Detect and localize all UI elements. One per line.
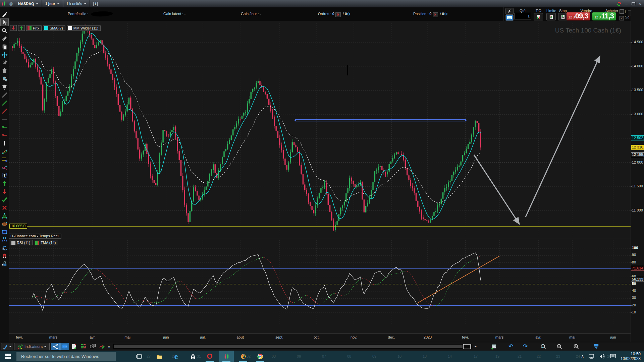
undo-button[interactable]: ↶ — [506, 343, 515, 350]
units-dropdown[interactable]: 1 k unités — [63, 0, 90, 7]
month-label[interactable]: nov. — [351, 335, 357, 339]
trendline-white-icon[interactable] — [1, 91, 8, 99]
magnet-icon[interactable] — [1, 252, 8, 259]
rectangle-tool-icon[interactable] — [1, 228, 8, 235]
trendline-green-icon[interactable] — [1, 99, 8, 107]
share-button[interactable] — [51, 343, 60, 350]
hscroll-thumb[interactable] — [114, 345, 463, 348]
buy-marker-icon[interactable] — [1, 180, 8, 187]
draw-tool-button[interactable] — [1, 343, 12, 350]
positions-button[interactable] — [79, 343, 87, 350]
alert-check-icon[interactable]: @✓ — [7, 0, 15, 7]
info-icon[interactable]: i — [92, 0, 99, 7]
sell-marker-icon[interactable] — [1, 188, 8, 195]
restore-button[interactable] — [630, 1, 636, 6]
sell-arrow-icon[interactable] — [10, 25, 17, 31]
zoom-fit-button[interactable] — [539, 343, 547, 350]
stop-order-icon[interactable] — [558, 13, 568, 20]
rsi-panel[interactable]: RSI (11)TMA (14) — [9, 239, 631, 334]
validate-icon[interactable] — [1, 196, 8, 203]
close-position-icon[interactable]: ✖ — [433, 12, 438, 17]
hline-white-icon[interactable] — [1, 115, 8, 123]
vline-icon[interactable] — [1, 139, 8, 147]
chat-button[interactable] — [60, 343, 69, 350]
alert-remove-icon[interactable] — [1, 75, 8, 82]
keyboard-icon[interactable] — [505, 14, 514, 21]
month-label[interactable]: mai — [569, 335, 575, 339]
task-view-button[interactable] — [132, 351, 147, 362]
to-order-icon[interactable] — [534, 13, 543, 20]
timeframe-dropdown[interactable]: 1 jour — [42, 0, 63, 7]
chrome-icon[interactable] — [253, 351, 267, 362]
crossed-lines-icon[interactable] — [1, 164, 8, 171]
minimize-button[interactable]: – — [624, 1, 629, 6]
hline-red-icon[interactable] — [1, 131, 8, 139]
quantity-input[interactable] — [514, 13, 531, 19]
close-button[interactable]: ✕ — [637, 1, 643, 6]
month-label[interactable]: juin — [163, 335, 169, 339]
collapse-toolbar-button[interactable]: « — [107, 343, 111, 350]
month-label[interactable]: avr. — [535, 335, 541, 339]
month-label[interactable]: mai — [124, 335, 130, 339]
fibonacci-icon[interactable]: F — [1, 156, 8, 163]
pitchfork-icon[interactable] — [1, 236, 8, 243]
orders-settings-icon[interactable]: ⚙ — [347, 12, 351, 16]
legend-item-gray[interactable]: RSI (11) — [10, 240, 33, 245]
legend-item-white[interactable]: MM Wilder (11) — [67, 25, 101, 31]
text-tool-icon[interactable]: T — [1, 172, 8, 179]
redo-button[interactable]: ↷ — [521, 343, 530, 350]
month-label[interactable]: mars — [495, 335, 503, 339]
alert-icon[interactable] — [1, 83, 8, 90]
move-icon[interactable] — [1, 51, 8, 58]
calendar-button[interactable] — [489, 343, 498, 350]
ellipse-tool-icon[interactable] — [1, 220, 8, 227]
tools-icon[interactable] — [1, 59, 8, 66]
l-checkbox[interactable] — [620, 9, 624, 14]
month-label[interactable]: août — [236, 335, 244, 339]
wrench-settings-icon[interactable] — [505, 8, 514, 14]
month-label[interactable]: oct. — [314, 335, 320, 339]
legend-item-greenred[interactable]: TMA (14) — [34, 240, 58, 245]
buy-button[interactable]: 12 3 11,3 — [592, 12, 616, 20]
taskbar-clock[interactable]: 10:50 10/02/2023 — [621, 352, 641, 361]
triangle-tool-icon[interactable] — [1, 212, 8, 219]
limit-order-icon[interactable] — [546, 13, 556, 20]
notifications-icon[interactable] — [610, 354, 616, 359]
tray-expand-icon[interactable]: ∧ — [581, 354, 584, 359]
delete-drawing-icon[interactable] — [1, 204, 8, 211]
zoom-out-button[interactable] — [555, 343, 564, 350]
zoom-in-button[interactable] — [572, 343, 580, 350]
month-label[interactable]: juil. — [200, 335, 206, 339]
price-chart-panel[interactable]: PrixSMA (7)MM Wilder (11) US Tech 100 Ca… — [9, 21, 631, 239]
delete-icon[interactable] — [1, 67, 8, 74]
trendline-red-icon[interactable] — [1, 107, 8, 115]
zoom-icon[interactable] — [1, 27, 8, 34]
screens-button[interactable] — [89, 343, 97, 350]
hscroll-track[interactable] — [113, 344, 472, 349]
volume-icon[interactable] — [599, 354, 605, 359]
paint-icon[interactable] — [236, 351, 251, 362]
draw-pencil-icon[interactable] — [1, 10, 8, 17]
month-label[interactable]: févr. — [462, 335, 469, 339]
cancel-orders-icon[interactable]: ✖ — [335, 12, 341, 17]
opera-icon[interactable]: O — [202, 351, 217, 362]
symbol-dropdown[interactable]: NASDAQ — [15, 0, 42, 7]
indicators-button[interactable]: Indicateurs — [14, 343, 50, 350]
legend-item-cyan[interactable]: SMA (7) — [43, 25, 65, 31]
sell-button[interactable]: 12 3 09,3 — [567, 12, 590, 20]
month-label[interactable]: juin — [610, 335, 616, 339]
select-cursor-icon[interactable] — [0, 18, 9, 26]
hline-green-icon[interactable] — [1, 123, 8, 131]
time-axis[interactable]: févr.marsavr.maijuinjuil.aoûtsept.oct.no… — [9, 333, 631, 342]
month-label[interactable]: févr. — [16, 335, 23, 339]
chart-settings-button[interactable] — [98, 343, 106, 350]
edge-icon[interactable]: e — [169, 351, 183, 362]
network-icon[interactable] — [589, 354, 595, 359]
month-label[interactable]: mars — [49, 335, 57, 339]
hscroll-right-button[interactable]: ► — [473, 343, 478, 350]
month-label[interactable]: sept. — [275, 335, 283, 339]
store-icon[interactable] — [185, 351, 200, 362]
channel-icon[interactable] — [1, 147, 8, 155]
month-label[interactable]: déc. — [388, 335, 395, 339]
file-explorer-icon[interactable] — [152, 351, 167, 362]
